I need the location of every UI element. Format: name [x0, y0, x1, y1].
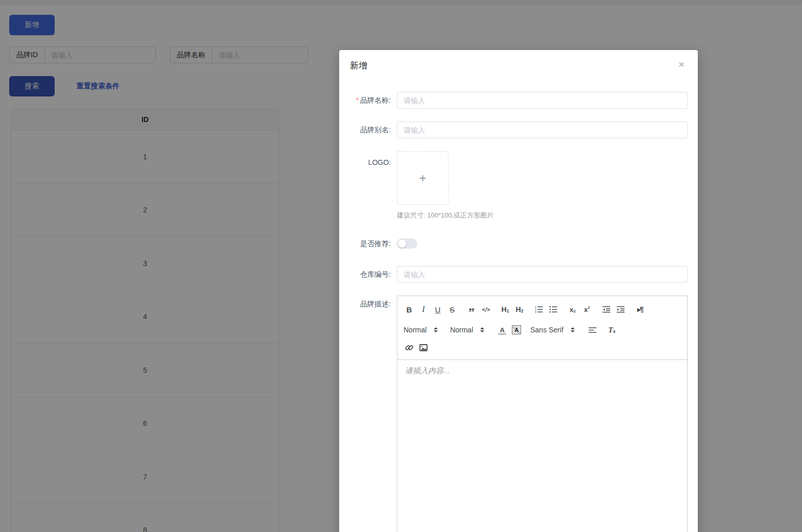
ordered-list-icon[interactable]: 123 — [533, 303, 545, 316]
plus-icon: + — [419, 171, 426, 185]
picker-arrows-icon — [434, 327, 438, 332]
form-row-description: 品牌描述: B I U S ” </ — [349, 296, 688, 532]
blockquote-icon[interactable]: ” — [466, 303, 477, 316]
text-color-icon[interactable]: A — [497, 324, 508, 336]
background-color-icon[interactable]: A — [511, 324, 522, 336]
close-icon[interactable]: × — [674, 57, 689, 71]
italic-icon[interactable]: I — [418, 303, 429, 316]
header2-icon[interactable]: H2 — [514, 303, 525, 316]
rich-text-editor: B I U S ” </> H1 H2 — [397, 296, 688, 532]
strikethrough-icon[interactable]: S — [446, 303, 458, 316]
align-icon[interactable] — [587, 324, 598, 336]
form-row-recommend: 是否推荐: — [349, 238, 688, 250]
header1-icon[interactable]: H1 — [500, 303, 511, 316]
link-icon[interactable] — [404, 342, 415, 354]
font-family-picker[interactable]: Sans Serif — [530, 326, 575, 334]
text-direction-icon[interactable]: ▸¶ — [634, 303, 646, 316]
required-mark: * — [356, 96, 359, 104]
form-row-logo: LOGO: + 建议尺寸: 100*100,或正方形图片 — [349, 151, 688, 220]
svg-text:3: 3 — [535, 310, 536, 313]
indent-icon[interactable] — [615, 303, 626, 316]
modal-form: *品牌名称: 品牌别名: LOGO: + 建议尺寸: 100*100,或正方形图… — [339, 92, 698, 532]
logo-upload-box[interactable]: + — [397, 151, 449, 205]
logo-label: LOGO: — [349, 151, 397, 220]
brand-name-input[interactable] — [397, 92, 688, 109]
form-row-brand-alias: 品牌别名: — [349, 122, 688, 138]
recommend-toggle[interactable] — [397, 238, 417, 249]
modal-title: 新增 — [350, 61, 367, 70]
picker-arrows-icon — [571, 327, 575, 332]
outdent-icon[interactable] — [601, 303, 612, 316]
clear-format-icon[interactable]: Tx — [606, 324, 618, 336]
editor-content[interactable]: 请插入内容... — [397, 360, 687, 532]
subscript-icon[interactable]: x2 — [567, 303, 578, 316]
form-row-brand-name: *品牌名称: — [349, 92, 688, 109]
editor-toolbar: B I U S ” </> H1 H2 — [397, 296, 687, 360]
image-icon[interactable] — [418, 342, 429, 354]
form-row-warehouse: 仓库编号: — [349, 266, 688, 283]
description-label: 品牌描述: — [349, 296, 397, 532]
brand-alias-input[interactable] — [397, 122, 688, 138]
logo-size-hint: 建议尺寸: 100*100,或正方形图片 — [397, 211, 688, 220]
code-block-icon[interactable]: </> — [480, 303, 491, 316]
underline-icon[interactable]: U — [432, 303, 443, 316]
add-brand-modal: 新增 × *品牌名称: 品牌别名: LOGO: + 建议尺寸: 100*100,… — [339, 50, 698, 532]
warehouse-input[interactable] — [397, 266, 688, 283]
font-size-picker[interactable]: Normal — [450, 326, 484, 334]
recommend-label: 是否推荐: — [349, 238, 397, 250]
editor-placeholder: 请插入内容... — [405, 366, 450, 375]
toggle-knob — [398, 239, 406, 248]
bullet-list-icon[interactable] — [548, 303, 559, 316]
brand-alias-label: 品牌别名: — [349, 122, 397, 138]
brand-name-label: *品牌名称: — [349, 92, 397, 109]
header-format-picker[interactable]: Normal — [404, 326, 438, 334]
picker-arrows-icon — [480, 327, 484, 332]
bold-icon[interactable]: B — [404, 303, 415, 316]
modal-header: 新增 × — [339, 50, 698, 71]
superscript-icon[interactable]: x2 — [581, 303, 593, 316]
warehouse-label: 仓库编号: — [349, 266, 397, 283]
